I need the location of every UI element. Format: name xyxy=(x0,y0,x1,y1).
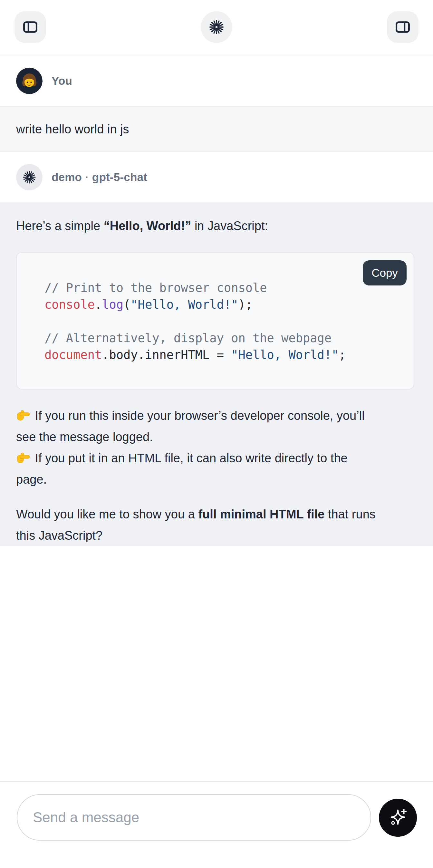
copy-code-button[interactable]: Copy xyxy=(363,260,407,285)
sparkle-icon xyxy=(387,807,408,829)
assistant-message-header: demo · gpt-5-chat xyxy=(0,152,433,202)
code-line: // Alternatively, display on the webpage xyxy=(44,330,407,347)
code-line: // Print to the browser console xyxy=(44,280,407,297)
text-line: Would you like me to show you a full min… xyxy=(16,504,417,525)
message-input[interactable] xyxy=(32,809,356,826)
toggle-right-panel-button[interactable] xyxy=(387,11,419,43)
assistant-message: Here’s a simple “Hello, World!” in JavaS… xyxy=(0,202,433,546)
text-line: Here’s a simple “Hello, World!” in JavaS… xyxy=(16,215,417,237)
user-avatar xyxy=(16,68,42,94)
text-line: If you put it in an HTML file, it can al… xyxy=(16,447,417,469)
composer-bar xyxy=(0,782,433,851)
assistant-intro-paragraph: Here’s a simple “Hello, World!” in JavaS… xyxy=(16,215,417,237)
text-line: If you run this inside your browser’s de… xyxy=(16,405,417,426)
code-line: document.body.innerHTML = "Hello, World!… xyxy=(44,347,407,364)
assistant-avatar xyxy=(16,164,42,190)
assistant-question-paragraph: Would you like me to show you a full min… xyxy=(16,504,417,546)
assistant-note-paragraph: If you run this inside your browser’s de… xyxy=(16,405,417,490)
code-line xyxy=(44,313,407,330)
point-right-icon xyxy=(16,408,30,422)
panel-right-icon xyxy=(394,19,411,36)
starburst-icon xyxy=(208,19,225,35)
text-line: see the message logged. xyxy=(16,426,417,447)
text-line: this JavaScript? xyxy=(16,525,417,546)
code-block: Copy // Print to the browser consolecons… xyxy=(16,252,414,390)
chat-app: { "header": { "buttons": [ {"icon": "pan… xyxy=(0,0,433,868)
assistant-model-label: demo · gpt-5-chat xyxy=(52,171,147,184)
send-button[interactable] xyxy=(379,799,417,837)
panel-left-icon xyxy=(22,19,39,36)
user-message: write hello world in js xyxy=(0,106,433,152)
chat-scroll-area xyxy=(0,546,433,782)
user-message-text: write hello world in js xyxy=(16,122,129,136)
user-message-header: You xyxy=(0,55,433,106)
code-line: console.log("Hello, World!"); xyxy=(44,297,407,313)
code-content: // Print to the browser consoleconsole.l… xyxy=(17,253,414,364)
message-input-container xyxy=(17,794,371,841)
model-menu-button[interactable] xyxy=(201,11,232,43)
point-right-icon xyxy=(16,450,30,464)
top-bar xyxy=(0,0,433,55)
user-name-label: You xyxy=(52,74,72,87)
toggle-left-panel-button[interactable] xyxy=(14,11,46,43)
text-line: page. xyxy=(16,469,417,490)
